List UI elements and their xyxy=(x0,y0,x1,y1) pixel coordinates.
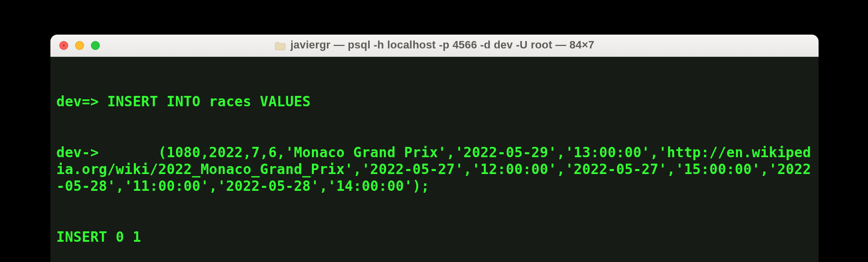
terminal-window: javiergr — psql -h localhost -p 4566 -d … xyxy=(50,35,819,262)
terminal-line: dev-> (1080,2022,7,6,'Monaco Grand Prix'… xyxy=(56,144,813,195)
window-title: javiergr — psql -h localhost -p 4566 -d … xyxy=(275,39,595,51)
close-icon[interactable] xyxy=(59,41,68,50)
window-titlebar[interactable]: javiergr — psql -h localhost -p 4566 -d … xyxy=(50,35,819,57)
terminal-line: dev=> INSERT INTO races VALUES xyxy=(56,93,813,110)
traffic-lights xyxy=(50,41,100,50)
folder-icon xyxy=(275,41,286,49)
screenshot-frame: javiergr — psql -h localhost -p 4566 -d … xyxy=(0,0,868,262)
window-title-wrap: javiergr — psql -h localhost -p 4566 -d … xyxy=(50,39,819,52)
zoom-icon[interactable] xyxy=(91,41,100,50)
terminal-body[interactable]: dev=> INSERT INTO races VALUES dev-> (10… xyxy=(50,57,819,262)
terminal-line: INSERT 0 1 xyxy=(56,229,813,246)
window-title-text: javiergr — psql -h localhost -p 4566 -d … xyxy=(291,39,595,51)
minimize-icon[interactable] xyxy=(75,41,84,50)
